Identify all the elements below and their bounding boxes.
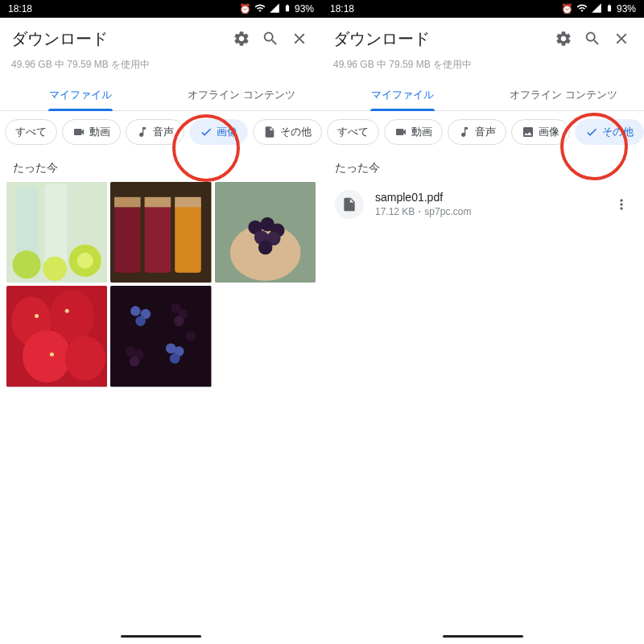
file-info: sample01.pdf 17.12 KB・sp7pc.com bbox=[375, 191, 601, 219]
chip-video[interactable]: 動画 bbox=[62, 119, 121, 145]
svg-point-43 bbox=[186, 332, 196, 342]
svg-point-25 bbox=[23, 330, 71, 382]
search-button[interactable] bbox=[259, 27, 282, 50]
close-icon bbox=[613, 30, 630, 47]
settings-button[interactable] bbox=[552, 27, 575, 50]
status-bar: 18:18 ⏰ 93% bbox=[322, 0, 644, 18]
wifi-icon bbox=[254, 2, 266, 16]
chip-other[interactable]: その他 bbox=[575, 119, 644, 145]
audio-icon bbox=[458, 126, 471, 138]
thumb-blackberries[interactable] bbox=[110, 286, 211, 386]
close-icon bbox=[291, 30, 308, 47]
file-name: sample01.pdf bbox=[375, 191, 601, 204]
file-icon bbox=[263, 126, 276, 138]
svg-point-28 bbox=[65, 309, 69, 313]
thumb-jam-jars[interactable] bbox=[110, 182, 211, 283]
svg-point-27 bbox=[35, 314, 39, 318]
tab-offline[interactable]: オフライン コンテンツ bbox=[483, 80, 644, 110]
image-icon bbox=[522, 126, 535, 138]
status-bar: 18:18 ⏰ 93% bbox=[0, 0, 322, 18]
svg-point-42 bbox=[170, 353, 180, 364]
video-icon bbox=[394, 126, 407, 138]
signal-icon bbox=[269, 2, 280, 16]
chip-all[interactable]: すべて bbox=[327, 119, 379, 145]
tab-my-files[interactable]: マイファイル bbox=[322, 80, 483, 110]
svg-rect-11 bbox=[145, 197, 171, 208]
svg-rect-13 bbox=[175, 197, 202, 208]
signal-icon bbox=[591, 2, 602, 16]
close-button[interactable] bbox=[288, 27, 311, 50]
filter-chips: すべて 動画 音声 画像 その他 bbox=[0, 111, 322, 153]
gear-icon bbox=[555, 30, 572, 47]
alarm-icon: ⏰ bbox=[561, 3, 573, 14]
chip-all[interactable]: すべて bbox=[5, 119, 57, 145]
app-header: ダウンロード bbox=[0, 18, 322, 55]
battery-icon bbox=[283, 2, 291, 16]
status-right: ⏰ 93% bbox=[239, 2, 314, 16]
video-icon bbox=[72, 126, 85, 138]
tab-my-files[interactable]: マイファイル bbox=[0, 80, 161, 110]
svg-point-6 bbox=[77, 253, 93, 269]
thumb-strawberries[interactable] bbox=[6, 286, 107, 386]
storage-info: 49.96 GB 中 79.59 MB を使用中 bbox=[322, 55, 644, 80]
audio-icon bbox=[136, 126, 149, 138]
wifi-icon bbox=[576, 2, 588, 16]
chip-image[interactable]: 画像 bbox=[189, 119, 248, 145]
check-icon bbox=[200, 126, 213, 138]
search-icon bbox=[262, 30, 279, 47]
pane-left: 18:18 ⏰ 93% ダウンロード bbox=[0, 0, 322, 644]
pane-right: 18:18 ⏰ 93% ダウンロード 49.96 GB 中 79.59 MB を… bbox=[322, 0, 644, 644]
svg-point-21 bbox=[258, 241, 273, 255]
alarm-icon: ⏰ bbox=[239, 3, 251, 14]
svg-point-33 bbox=[136, 316, 147, 327]
chip-audio[interactable]: 音声 bbox=[448, 119, 506, 145]
file-more-button[interactable] bbox=[612, 195, 631, 214]
app-header: ダウンロード bbox=[322, 18, 644, 55]
tab-offline[interactable]: オフライン コンテンツ bbox=[161, 80, 322, 110]
tab-bar: マイファイル オフライン コンテンツ bbox=[322, 80, 644, 111]
document-icon bbox=[341, 196, 357, 213]
svg-point-29 bbox=[50, 353, 54, 357]
settings-button[interactable] bbox=[230, 27, 253, 50]
status-right: ⏰ 93% bbox=[561, 2, 636, 16]
thumb-drinks-lime[interactable] bbox=[6, 182, 107, 283]
chip-video[interactable]: 動画 bbox=[384, 119, 443, 145]
storage-info: 49.96 GB 中 79.59 MB を使用中 bbox=[0, 55, 322, 80]
image-grid bbox=[0, 182, 322, 387]
chip-image[interactable]: 画像 bbox=[511, 119, 570, 145]
svg-point-31 bbox=[130, 306, 141, 316]
battery-pct: 93% bbox=[295, 3, 314, 14]
svg-rect-10 bbox=[145, 202, 171, 273]
svg-rect-12 bbox=[175, 202, 202, 273]
search-button[interactable] bbox=[581, 27, 604, 50]
chip-other[interactable]: その他 bbox=[253, 119, 322, 145]
svg-point-39 bbox=[130, 357, 140, 367]
svg-point-26 bbox=[65, 336, 105, 381]
svg-rect-8 bbox=[114, 202, 141, 273]
chip-audio[interactable]: 音声 bbox=[126, 119, 184, 145]
file-row[interactable]: sample01.pdf 17.12 KB・sp7pc.com bbox=[322, 182, 644, 227]
file-meta: 17.12 KB・sp7pc.com bbox=[375, 205, 601, 219]
file-type-icon bbox=[335, 190, 364, 219]
search-icon bbox=[584, 30, 601, 47]
gesture-bar bbox=[0, 628, 322, 644]
status-time: 18:18 bbox=[330, 3, 354, 14]
check-icon bbox=[585, 126, 598, 138]
status-time: 18:18 bbox=[8, 3, 32, 14]
more-vert-icon bbox=[613, 196, 630, 213]
section-recent: たった今 bbox=[322, 153, 644, 182]
svg-point-3 bbox=[13, 250, 41, 279]
gear-icon bbox=[233, 30, 250, 47]
svg-point-36 bbox=[174, 316, 184, 327]
battery-pct: 93% bbox=[617, 3, 636, 14]
filter-chips: すべて 動画 音声 画像 その他 bbox=[322, 111, 644, 153]
page-title: ダウンロード bbox=[333, 28, 546, 50]
tab-bar: マイファイル オフライン コンテンツ bbox=[0, 80, 322, 111]
thumb-grapes-hands[interactable] bbox=[215, 182, 316, 283]
page-title: ダウンロード bbox=[11, 28, 224, 50]
section-recent: たった今 bbox=[0, 153, 322, 182]
battery-icon bbox=[605, 2, 613, 16]
close-button[interactable] bbox=[610, 27, 633, 50]
svg-rect-9 bbox=[114, 197, 141, 208]
svg-point-4 bbox=[43, 257, 67, 281]
